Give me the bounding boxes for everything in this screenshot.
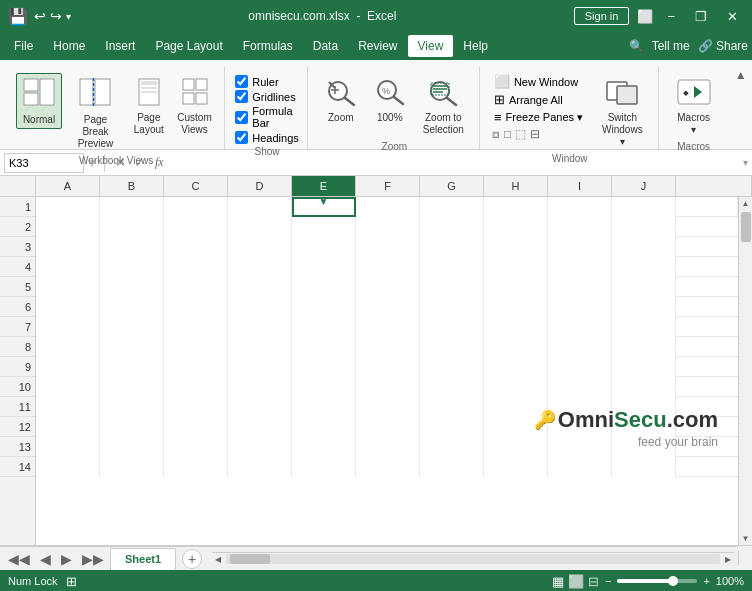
col-header-f[interactable]: F bbox=[356, 176, 420, 196]
page-layout-status-icon[interactable]: ⬜ bbox=[568, 574, 584, 589]
sheet-tab-sheet1[interactable]: Sheet1 bbox=[110, 548, 176, 570]
row-header-3[interactable]: 3 bbox=[0, 237, 35, 257]
cell-a1[interactable] bbox=[36, 197, 100, 217]
zoom-plus-button[interactable]: + bbox=[703, 575, 709, 587]
menu-view[interactable]: View bbox=[408, 35, 454, 57]
gridlines-checkbox[interactable] bbox=[235, 90, 248, 103]
scroll-thumb[interactable] bbox=[741, 212, 751, 242]
sign-in-button[interactable]: Sign in bbox=[574, 7, 630, 25]
formula-bar-checkbox[interactable] bbox=[235, 111, 248, 124]
cell-b1[interactable] bbox=[100, 197, 164, 217]
headings-checkbox-label[interactable]: Headings bbox=[235, 131, 298, 144]
cell-e1[interactable]: ▼ bbox=[292, 197, 356, 217]
row-header-11[interactable]: 11 bbox=[0, 397, 35, 417]
formula-bar-checkbox-label[interactable]: Formula Bar bbox=[235, 105, 298, 129]
cell-c1[interactable] bbox=[164, 197, 228, 217]
ribbon-collapse-button[interactable]: ▲ bbox=[729, 66, 752, 84]
row-header-5[interactable]: 5 bbox=[0, 277, 35, 297]
arrange-all-item[interactable]: ⊞ Arrange All bbox=[490, 91, 587, 108]
horizontal-scrollbar[interactable]: ◀ ▶ bbox=[212, 552, 734, 566]
sheet-prev-button[interactable]: ◀ bbox=[36, 549, 55, 569]
menu-review[interactable]: Review bbox=[348, 35, 407, 57]
normal-view-status-icon[interactable]: ▦ bbox=[552, 574, 564, 589]
col-header-j[interactable]: J bbox=[612, 176, 676, 196]
sheet-next-button[interactable]: ▶ bbox=[57, 549, 76, 569]
row-header-6[interactable]: 6 bbox=[0, 297, 35, 317]
scroll-track[interactable] bbox=[226, 554, 720, 564]
select-all-button[interactable] bbox=[0, 176, 36, 196]
minimize-button[interactable]: − bbox=[661, 7, 681, 26]
menu-help[interactable]: Help bbox=[453, 35, 498, 57]
menu-data[interactable]: Data bbox=[303, 35, 348, 57]
formula-bar-expand[interactable]: ▾ bbox=[743, 157, 748, 168]
scroll-right-arrow[interactable]: ▶ bbox=[722, 555, 734, 564]
vertical-scrollbar[interactable]: ▲ ▼ bbox=[738, 197, 752, 545]
headings-checkbox[interactable] bbox=[235, 131, 248, 144]
page-break-status-icon[interactable]: ⊟ bbox=[588, 574, 599, 589]
cell-h1[interactable] bbox=[484, 197, 548, 217]
zoom-100-button[interactable]: % 100% bbox=[368, 73, 412, 127]
row-header-9[interactable]: 9 bbox=[0, 357, 35, 377]
sheet-next-next-button[interactable]: ▶▶ bbox=[78, 549, 108, 569]
ruler-checkbox-label[interactable]: Ruler bbox=[235, 75, 278, 88]
menu-formulas[interactable]: Formulas bbox=[233, 35, 303, 57]
cell-f1[interactable] bbox=[356, 197, 420, 217]
switch-windows-button[interactable]: SwitchWindows ▾ bbox=[595, 73, 650, 151]
col-header-a[interactable]: A bbox=[36, 176, 100, 196]
menu-home[interactable]: Home bbox=[43, 35, 95, 57]
close-button[interactable]: ✕ bbox=[721, 7, 744, 26]
row-header-2[interactable]: 2 bbox=[0, 217, 35, 237]
page-break-preview-button[interactable]: Page BreakPreview bbox=[66, 73, 125, 153]
col-header-d[interactable]: D bbox=[228, 176, 292, 196]
scroll-up-arrow[interactable]: ▲ bbox=[740, 197, 752, 210]
row-header-13[interactable]: 13 bbox=[0, 437, 35, 457]
normal-view-button[interactable]: Normal bbox=[16, 73, 62, 129]
ribbon-display-btn[interactable]: ⬜ bbox=[637, 9, 653, 24]
row-header-10[interactable]: 10 bbox=[0, 377, 35, 397]
share-button[interactable]: 🔗 Share bbox=[698, 39, 748, 53]
row-header-8[interactable]: 8 bbox=[0, 337, 35, 357]
page-layout-view-button[interactable]: PageLayout bbox=[129, 73, 169, 139]
scroll-left-arrow[interactable]: ◀ bbox=[212, 555, 224, 564]
menu-file[interactable]: File bbox=[4, 35, 43, 57]
zoom-to-selection-button[interactable]: Zoom toSelection bbox=[416, 73, 471, 139]
row-header-7[interactable]: 7 bbox=[0, 317, 35, 337]
add-sheet-button[interactable]: + bbox=[182, 549, 202, 569]
scroll-h-thumb[interactable] bbox=[230, 554, 270, 564]
col-header-g[interactable]: G bbox=[420, 176, 484, 196]
cell-d1[interactable] bbox=[228, 197, 292, 217]
sheet-prev-prev-button[interactable]: ◀◀ bbox=[4, 549, 34, 569]
col-header-h[interactable]: H bbox=[484, 176, 548, 196]
redo-icon[interactable]: ↪ bbox=[50, 8, 62, 24]
scroll-down-arrow[interactable]: ▼ bbox=[740, 532, 752, 545]
col-header-c[interactable]: C bbox=[164, 176, 228, 196]
cell-i1[interactable] bbox=[548, 197, 612, 217]
restore-button[interactable]: ❐ bbox=[689, 7, 713, 26]
row-header-14[interactable]: 14 bbox=[0, 457, 35, 477]
col-header-i[interactable]: I bbox=[548, 176, 612, 196]
zoom-level-label[interactable]: 100% bbox=[716, 575, 744, 587]
macros-button[interactable]: ⬥ Macros ▾ bbox=[669, 73, 719, 139]
row-header-12[interactable]: 12 bbox=[0, 417, 35, 437]
new-window-item[interactable]: ⬜ New Window bbox=[490, 73, 587, 90]
zoom-minus-button[interactable]: − bbox=[605, 575, 611, 587]
custom-views-button[interactable]: CustomViews bbox=[173, 73, 217, 139]
undo-icon[interactable]: ↩ bbox=[34, 8, 46, 24]
col-header-e[interactable]: E bbox=[292, 176, 356, 196]
zoom-slider-thumb[interactable] bbox=[668, 576, 678, 586]
gridlines-checkbox-label[interactable]: Gridlines bbox=[235, 90, 295, 103]
row-header-4[interactable]: 4 bbox=[0, 257, 35, 277]
menu-insert[interactable]: Insert bbox=[95, 35, 145, 57]
freeze-panes-item[interactable]: ≡ Freeze Panes ▾ bbox=[490, 109, 587, 126]
zoom-button[interactable]: Zoom bbox=[318, 73, 364, 127]
ruler-checkbox[interactable] bbox=[235, 75, 248, 88]
cell-j1[interactable] bbox=[612, 197, 676, 217]
zoom-slider[interactable] bbox=[617, 579, 697, 583]
cell-g1[interactable] bbox=[420, 197, 484, 217]
cell-a2[interactable] bbox=[36, 217, 100, 237]
menu-page-layout[interactable]: Page Layout bbox=[145, 35, 232, 57]
row-header-1[interactable]: 1 bbox=[0, 197, 35, 217]
tell-me-label[interactable]: Tell me bbox=[652, 39, 690, 53]
col-header-b[interactable]: B bbox=[100, 176, 164, 196]
save-icon[interactable]: 💾 bbox=[8, 7, 28, 26]
